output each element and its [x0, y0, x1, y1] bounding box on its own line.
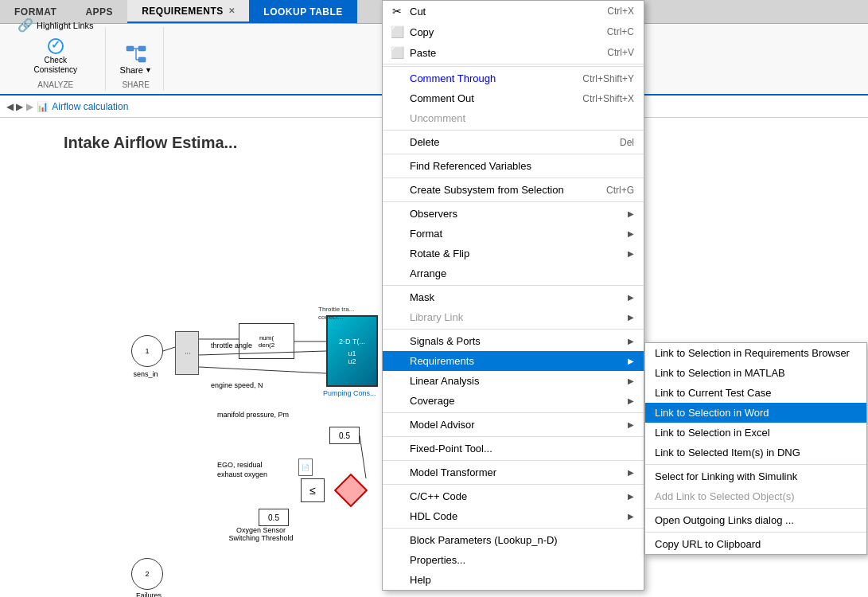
engine-speed-label: engine speed, N: [211, 381, 263, 389]
copy-icon: ⬜: [389, 25, 405, 38]
highlight-links-button[interactable]: 🔗 Highlight Links: [13, 16, 99, 34]
submenu-sep1: [645, 464, 866, 465]
svg-rect-0: [127, 46, 134, 51]
svg-rect-2: [138, 57, 146, 62]
menu-properties[interactable]: Properties...: [383, 550, 644, 570]
sep2: [383, 130, 644, 131]
failures-block[interactable]: 2: [131, 558, 163, 590]
svg-rect-1: [138, 46, 146, 51]
sep7: [383, 329, 644, 330]
const-05-block2[interactable]: 0.5: [259, 509, 289, 526]
menu-copy[interactable]: ⬜ Copy Ctrl+C: [383, 21, 644, 42]
menu-arrange[interactable]: Arrange: [383, 263, 644, 283]
sep9: [383, 436, 644, 437]
doc-icon: 📄: [298, 458, 313, 476]
throttle-correction-note: Throttle tra... correct...: [318, 306, 370, 322]
menu-linear-analysis[interactable]: Linear Analysis ▶: [383, 371, 644, 391]
menu-create-subsystem[interactable]: Create Subsystem from Selection Ctrl+G: [383, 180, 644, 200]
const-05-block[interactable]: 0.5: [329, 427, 360, 444]
sep10: [383, 460, 644, 461]
menu-fixed-point-tool[interactable]: Fixed-Point Tool...: [383, 439, 644, 458]
check-consistency-label: CheckConsistency: [34, 56, 77, 75]
svg-line-11: [360, 435, 366, 478]
sep4: [383, 178, 644, 178]
sep1: [383, 66, 644, 67]
share-dropdown-arrow[interactable]: ▼: [145, 66, 152, 74]
menu-hdl-code[interactable]: HDL Code ▶: [383, 506, 644, 526]
sep8: [383, 412, 644, 413]
ribbon-analyze-buttons: 🔗 Highlight Links CheckConsistency: [13, 16, 99, 77]
sep12: [383, 528, 644, 529]
sens-in-label: sens_in: [122, 370, 169, 378]
submenu-link-word[interactable]: Link to Selection in Word: [645, 403, 866, 423]
ribbon-group-share: Share ▼ SHARE: [109, 27, 164, 91]
menu-help[interactable]: Help: [383, 570, 644, 590]
submenu-sep3: [645, 532, 866, 533]
throttle-label: throttle angle: [211, 341, 252, 349]
submenu-add-link[interactable]: Add Link to Selected Object(s): [645, 486, 866, 506]
submenu-open-outgoing[interactable]: Open Outgoing Links dialog ...: [645, 510, 866, 530]
lookup-2d-block[interactable]: 2-D T(... u1 u2: [326, 315, 378, 387]
check-icon: [48, 38, 64, 54]
oxygen-sensor-label: Oxygen SensorSwitching Threshold: [221, 526, 301, 542]
submenu-copy-url[interactable]: Copy URL to Clipboard: [645, 534, 866, 554]
sens-in-block[interactable]: 1: [131, 335, 163, 367]
submenu-link-matlab[interactable]: Link to Selection in MATLAB: [645, 363, 866, 383]
share-icon: Share ▼: [120, 43, 152, 75]
menu-requirements[interactable]: Requirements ▶: [383, 351, 644, 371]
tab-lookup-table[interactable]: LOOKUP TABLE: [249, 0, 357, 23]
pumping-cons-label: Pumping Cons...: [323, 389, 376, 397]
sep6: [383, 285, 644, 286]
diamond-block[interactable]: [334, 474, 368, 507]
failures-label: Failures: [125, 591, 173, 597]
sep3: [383, 154, 644, 154]
ribbon-group-analyze: 🔗 Highlight Links CheckConsistency ANALY…: [6, 27, 106, 91]
menu-uncomment[interactable]: Uncomment: [383, 108, 644, 128]
svg-line-10: [199, 367, 326, 373]
analyze-group-label: ANALYZE: [37, 80, 73, 89]
close-requirements-tab[interactable]: ✕: [228, 6, 235, 15]
sep11: [383, 484, 644, 485]
menu-model-advisor[interactable]: Model Advisor ▶: [383, 415, 644, 435]
submenu-select-linking[interactable]: Select for Linking with Simulink: [645, 466, 866, 486]
breadcrumb-diagram-icon: 📊: [37, 101, 49, 112]
paste-icon: ⬜: [389, 46, 405, 59]
menu-format[interactable]: Format ▶: [383, 224, 644, 244]
menu-observers[interactable]: Observers ▶: [383, 204, 644, 224]
demux-block[interactable]: ⋮: [175, 331, 199, 375]
context-menu[interactable]: ✂ Cut Ctrl+X ⬜ Copy Ctrl+C ⬜ Paste Ctrl+…: [382, 0, 644, 591]
menu-signals-ports[interactable]: Signals & Ports ▶: [383, 331, 644, 351]
menu-coverage[interactable]: Coverage ▶: [383, 391, 644, 411]
share-button[interactable]: Share ▼: [115, 41, 157, 77]
check-consistency-button[interactable]: CheckConsistency: [13, 36, 99, 77]
menu-comment-through[interactable]: Comment Through Ctrl+Shift+Y: [383, 68, 644, 88]
link-icon: 🔗: [18, 18, 33, 33]
menu-mask[interactable]: Mask ▶: [383, 287, 644, 307]
menu-comment-out[interactable]: Comment Out Ctrl+Shift+X: [383, 88, 644, 108]
submenu-sep2: [645, 508, 866, 509]
requirements-submenu[interactable]: Link to Selection in Requirements Browse…: [644, 342, 867, 555]
submenu-link-excel[interactable]: Link to Selection in Excel: [645, 423, 866, 443]
menu-model-transformer[interactable]: Model Transformer ▶: [383, 462, 644, 482]
sep5: [383, 201, 644, 202]
share-label: Share: [120, 65, 143, 75]
breadcrumb-airflow-link[interactable]: Airflow calculation: [52, 101, 128, 112]
menu-delete[interactable]: Delete Del: [383, 132, 644, 152]
menu-block-params[interactable]: Block Parameters (Lookup_n-D): [383, 530, 644, 550]
svg-line-6: [163, 347, 175, 351]
submenu-link-requirements-browser[interactable]: Link to Selection in Requirements Browse…: [645, 343, 866, 363]
manifold-pressure-label: manifold pressure, Pm: [217, 411, 289, 419]
menu-library-link[interactable]: Library Link ▶: [383, 307, 644, 327]
breadcrumb-nav-arrows[interactable]: ◀ ▶: [6, 101, 23, 112]
tab-requirements[interactable]: REQUIREMENTS ✕: [127, 0, 249, 23]
ego-label: EGO, residualexhaust oxygen: [217, 461, 267, 479]
menu-find-ref-vars[interactable]: Find Referenced Variables: [383, 156, 644, 176]
menu-rotate-flip[interactable]: Rotate & Flip ▶: [383, 244, 644, 263]
submenu-link-dng[interactable]: Link to Selected Item(s) in DNG: [645, 443, 866, 462]
menu-cpp-code[interactable]: C/C++ Code ▶: [383, 486, 644, 506]
cut-icon: ✂: [389, 5, 405, 18]
menu-paste[interactable]: ⬜ Paste Ctrl+V: [383, 42, 644, 64]
compare-block[interactable]: ≤: [301, 478, 325, 502]
submenu-link-test-case[interactable]: Link to Current Test Case: [645, 383, 866, 403]
menu-cut[interactable]: ✂ Cut Ctrl+X: [383, 1, 644, 21]
